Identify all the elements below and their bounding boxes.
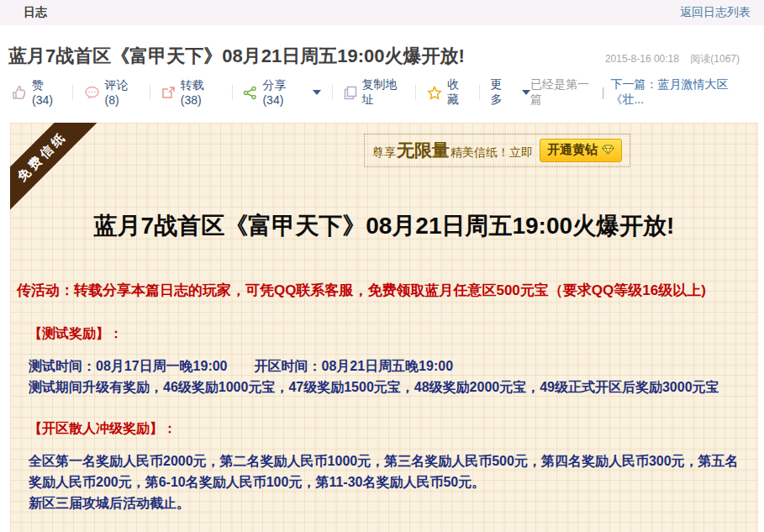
share-button[interactable]: 分享(34)	[243, 78, 320, 107]
back-to-blog-list-link[interactable]: 返回日志列表	[680, 5, 751, 20]
next-post-link[interactable]: 下一篇：蓝月激情大区《壮...	[610, 77, 751, 108]
toolbar-separator	[232, 85, 233, 100]
like-label: 赞(34)	[32, 78, 61, 107]
thumbs-up-icon	[12, 86, 27, 100]
vip-button-label: 开通黄钻	[547, 142, 598, 158]
article-header: 蓝月7战首区《富甲天下》08月21日周五19:00火爆开放! 2015-8-16…	[0, 25, 764, 67]
yellow-diamond-icon	[602, 143, 614, 157]
post-navigation: 已经是第一篇 | 下一篇：蓝月激情大区《壮...	[530, 77, 751, 108]
comment-bubble-icon	[84, 86, 100, 100]
repost-label: 转载(38)	[181, 78, 221, 107]
section-title-test-rewards: 【测试奖励】：	[29, 323, 746, 344]
section-title-launch-rewards: 【开区散人冲级奖励】：	[29, 418, 746, 439]
activity-deadline-line: 新区三届攻城后活动截止。	[29, 492, 746, 514]
article-meta: 2015-8-16 00:18 阅读(1067)	[597, 52, 740, 66]
copy-link-label: 复制地址	[362, 77, 405, 108]
toolbar-separator	[72, 85, 73, 100]
nav-divider: |	[602, 86, 605, 99]
first-post-indicator: 已经是第一篇	[530, 77, 596, 108]
comment-label: 评论(8)	[105, 78, 139, 107]
promo-highlight-text: 无限量	[397, 140, 450, 160]
toolbar-separator	[332, 85, 333, 100]
comment-button[interactable]: 评论(8)	[84, 78, 139, 107]
favorite-button[interactable]: 收藏	[427, 77, 467, 108]
share-label: 分享(34)	[262, 78, 301, 107]
copy-link-button[interactable]: 复制地址	[344, 77, 405, 108]
repost-icon	[161, 86, 176, 100]
copy-icon	[344, 86, 357, 100]
topbar: 日志 返回日志列表	[0, 0, 764, 25]
toolbar-separator	[479, 85, 480, 100]
ribbon-corner: 免费信纸	[10, 123, 136, 249]
page-title: 日志	[24, 5, 47, 20]
action-toolbar: 赞(34) 评论(8) 转载(38)	[0, 82, 764, 103]
article-title-heading: 蓝月7战首区《富甲天下》08月21日周五19:00火爆开放!	[8, 45, 465, 67]
star-icon	[427, 86, 442, 100]
promo-activity-text: 传活动：转载分享本篇日志的玩家，可凭QQ联系客服，免费领取蓝月任意区500元宝（…	[17, 279, 746, 303]
more-dropdown-caret	[522, 90, 530, 95]
open-yellow-diamond-button[interactable]: 开通黄钻	[540, 139, 622, 162]
publish-date: 2015-8-16 00:18	[605, 53, 679, 65]
blog-content-area: 免费信纸 尊享无限量精美信纸！立即 开通黄钻 蓝月7战首区《富甲天下》08月21…	[10, 123, 758, 532]
ranking-rewards-line: 全区第一名奖励人民币2000元，第二名奖励人民币1000元，第三名奖励人民币50…	[29, 450, 746, 492]
test-level-rewards-line: 测试期间升级有奖励，46级奖励1000元宝，47级奖励1500元宝，48级奖励2…	[29, 377, 746, 398]
share-nodes-icon	[243, 86, 257, 100]
test-times-line: 测试时间：08月17日周一晚19:00 开区时间：08月21日周五晚19:00	[29, 356, 746, 377]
stationery-promo-banner: 尊享无限量精美信纸！立即 开通黄钻	[364, 134, 630, 167]
favorite-label: 收藏	[447, 77, 467, 108]
more-button[interactable]: 更多	[490, 77, 530, 108]
free-stationery-ribbon[interactable]: 免费信纸	[10, 123, 112, 226]
share-dropdown-caret[interactable]	[313, 90, 321, 95]
like-button[interactable]: 赞(34)	[12, 78, 61, 107]
repost-button[interactable]: 转载(38)	[161, 78, 221, 107]
promo-text: 尊享无限量精美信纸！立即	[372, 139, 533, 162]
more-label: 更多	[490, 77, 511, 108]
read-count: 阅读(1067)	[690, 53, 740, 65]
toolbar-separator	[415, 85, 416, 100]
toolbar-separator	[150, 85, 150, 100]
